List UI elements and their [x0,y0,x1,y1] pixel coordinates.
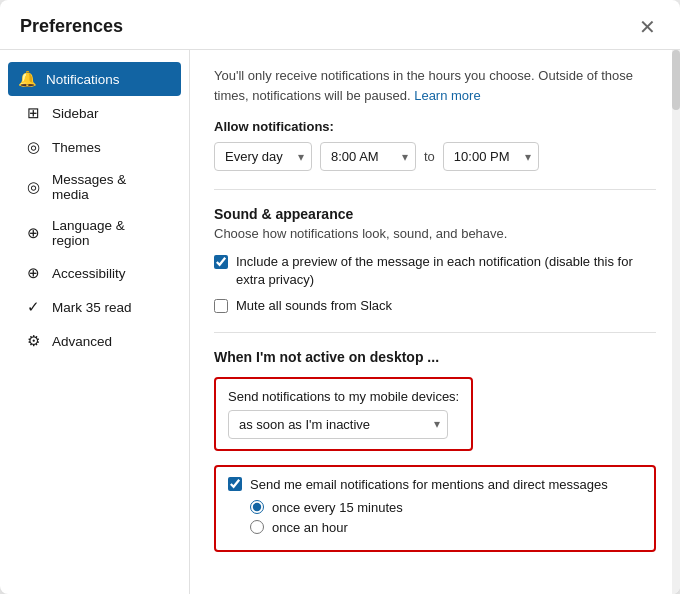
themes-icon: ◎ [24,138,42,156]
sidebar-item-accessibility[interactable]: ⊕ Accessibility [8,256,181,290]
sidebar-item-notifications[interactable]: 🔔 Notifications [8,62,181,96]
learn-more-link[interactable]: Learn more [414,88,480,103]
allow-notifications-label: Allow notifications: [214,119,656,134]
sidebar-item-label: Accessibility [52,266,126,281]
advanced-icon: ⚙ [24,332,42,350]
mute-sounds-checkbox[interactable] [214,299,228,313]
include-preview-checkbox[interactable] [214,255,228,269]
start-time-select-wrapper: 8:00 AM 9:00 AM 10:00 AM [320,142,416,171]
messages-icon: ◎ [24,178,42,196]
mobile-select[interactable]: as soon as I'm inactive after 1 minute a… [228,410,448,439]
sidebar-item-language-region[interactable]: ⊕ Language & region [8,210,181,256]
mute-sounds-row: Mute all sounds from Slack [214,297,656,315]
radio-label-15min: once every 15 minutes [272,500,403,515]
sidebar-item-advanced[interactable]: ⚙ Advanced [8,324,181,358]
language-icon: ⊕ [24,224,42,242]
sidebar-item-mark-as-read[interactable]: ✓ Mark 35 read [8,290,181,324]
scrollbar-thumb[interactable] [672,50,680,110]
sidebar-item-label: Notifications [46,72,120,87]
sidebar-item-label: Sidebar [52,106,99,121]
mark-read-icon: ✓ [24,298,42,316]
preferences-dialog: Preferences ✕ 🔔 Notifications ⊞ Sidebar … [0,0,680,594]
email-main-row: Send me email notifications for mentions… [228,477,642,492]
close-button[interactable]: ✕ [635,17,660,37]
intro-text: You'll only receive notifications in the… [214,66,656,105]
to-label: to [424,149,435,164]
include-preview-label: Include a preview of the message in each… [236,253,656,289]
notification-icon: 🔔 [18,70,36,88]
radio-row-1: once every 15 minutes [250,500,642,515]
accessibility-icon: ⊕ [24,264,42,282]
email-main-label: Send me email notifications for mentions… [250,477,608,492]
radio-label-1hour: once an hour [272,520,348,535]
radio-row-2: once an hour [250,520,642,535]
dialog-header: Preferences ✕ [0,0,680,50]
include-preview-row: Include a preview of the message in each… [214,253,656,289]
radio-15min[interactable] [250,500,264,514]
mobile-box-label: Send notifications to my mobile devices: [228,389,459,404]
sidebar-icon: ⊞ [24,104,42,122]
dialog-body: 🔔 Notifications ⊞ Sidebar ◎ Themes ◎ Mes… [0,50,680,594]
sidebar-item-sidebar[interactable]: ⊞ Sidebar [8,96,181,130]
sidebar: 🔔 Notifications ⊞ Sidebar ◎ Themes ◎ Mes… [0,50,190,594]
when-inactive-title: When I'm not active on desktop ... [214,349,656,365]
every-day-select[interactable]: Every day [214,142,312,171]
end-time-select-wrapper: 10:00 PM 11:00 PM [443,142,539,171]
allow-notifications-row: Every day 8:00 AM 9:00 AM 10:00 AM to 10… [214,142,656,171]
sidebar-item-label: Messages & media [52,172,165,202]
sidebar-item-label: Advanced [52,334,112,349]
scrollbar-track [672,50,680,594]
start-time-select[interactable]: 8:00 AM 9:00 AM 10:00 AM [320,142,416,171]
mobile-notifications-box: Send notifications to my mobile devices:… [214,377,473,451]
mobile-select-wrap: as soon as I'm inactive after 1 minute a… [228,410,448,439]
sidebar-item-label: Themes [52,140,101,155]
email-notifications-box: Send me email notifications for mentions… [214,465,656,552]
email-notifications-checkbox[interactable] [228,477,242,491]
sidebar-item-label: Mark 35 read [52,300,132,315]
dialog-title: Preferences [20,16,123,37]
main-content: You'll only receive notifications in the… [190,50,680,594]
radio-1hour[interactable] [250,520,264,534]
every-day-select-wrapper: Every day [214,142,312,171]
sidebar-item-messages-media[interactable]: ◎ Messages & media [8,164,181,210]
sound-section-desc: Choose how notifications look, sound, an… [214,226,656,241]
sidebar-item-label: Language & region [52,218,165,248]
sound-section-title: Sound & appearance [214,206,656,222]
sidebar-item-themes[interactable]: ◎ Themes [8,130,181,164]
mute-sounds-label: Mute all sounds from Slack [236,297,392,315]
divider-1 [214,189,656,190]
divider-2 [214,332,656,333]
end-time-select[interactable]: 10:00 PM 11:00 PM [443,142,539,171]
